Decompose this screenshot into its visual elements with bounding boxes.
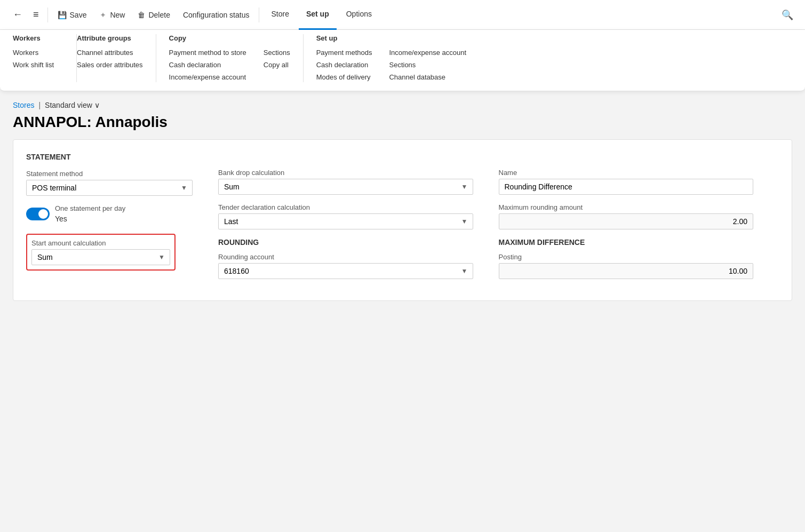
right-col: Name Maximum rounding amount MAXIMUM DIF… — [499, 153, 779, 288]
menu-button[interactable]: ≡ — [29, 6, 43, 23]
form-card: STATEMENT Statement method POS terminal … — [13, 139, 792, 301]
name-field: Name — [499, 169, 754, 195]
breadcrumb-stores-link[interactable]: Stores — [13, 101, 34, 109]
max-diff-section-header: MAXIMUM DIFFERENCE — [499, 238, 754, 247]
ribbon-setup-inner: Payment methods Cash declaration Modes o… — [316, 47, 466, 82]
bank-drop-field: Bank drop calculation Sum Last None ▼ — [218, 169, 473, 195]
form-grid: STATEMENT Statement method POS terminal … — [26, 153, 779, 288]
back-button[interactable]: ← — [9, 6, 27, 23]
ribbon-copy-title: Copy — [169, 34, 290, 42]
chevron-down-icon: ∨ — [94, 101, 100, 109]
ribbon-item-income-expense-copy[interactable]: Income/expense account — [169, 72, 246, 82]
toolbar: ← ≡ 💾 Save ＋ New 🗑 Delete Configuration … — [0, 0, 805, 30]
save-button[interactable]: 💾 Save — [52, 7, 92, 22]
ribbon-item-income-expense-setup[interactable]: Income/expense account — [389, 47, 466, 58]
breadcrumb-area: Stores | Standard view ∨ — [0, 91, 805, 114]
breadcrumb-view[interactable]: Standard view ∨ — [45, 101, 100, 109]
separator-1 — [47, 7, 48, 22]
posting-label: Posting — [499, 253, 754, 261]
statement-section-header: STATEMENT — [26, 153, 193, 161]
statement-method-field: Statement method POS terminal Staff Tota… — [26, 170, 193, 196]
start-amount-highlight-box: Start amount calculation Sum Last None ▼ — [26, 234, 176, 271]
ribbon-copy-col2: Sections Copy all — [264, 47, 290, 82]
tender-decl-select[interactable]: Last Sum None — [218, 213, 473, 229]
ribbon-copy-inner: Payment method to store Cash declaration… — [169, 47, 290, 82]
ribbon-workers-items: Workers Work shift list — [13, 47, 63, 70]
ribbon-setup-group: Set up Payment methods Cash declaration … — [304, 34, 479, 82]
delete-button[interactable]: 🗑 Delete — [132, 7, 175, 22]
search-button[interactable]: 🔍 — [778, 6, 796, 24]
name-label: Name — [499, 169, 754, 177]
statement-method-select-wrapper: POS terminal Staff Total ▼ — [26, 180, 193, 196]
page-title: ANNAPOL: Annapolis — [0, 114, 805, 139]
one-statement-toggle[interactable] — [26, 208, 50, 220]
ribbon-item-channel-attr[interactable]: Channel attributes — [77, 47, 143, 58]
delete-icon: 🗑 — [138, 11, 145, 19]
start-amount-select-wrapper: Sum Last None ▼ — [31, 249, 170, 265]
max-rounding-field: Maximum rounding amount — [499, 203, 754, 229]
ribbon-item-sections-setup[interactable]: Sections — [389, 60, 466, 70]
ribbon-attribute-group: Attribute groups Channel attributes Sale… — [77, 34, 156, 82]
one-statement-label: One statement per day Yes — [55, 204, 125, 223]
ribbon-setup-title: Set up — [316, 34, 466, 42]
statement-col: STATEMENT Statement method POS terminal … — [26, 153, 218, 288]
tender-decl-select-wrapper: Last Sum None ▼ — [218, 213, 473, 229]
ribbon-attribute-title: Attribute groups — [77, 34, 143, 42]
ribbon-setup-col2: Income/expense account Sections Channel … — [389, 47, 466, 82]
plus-icon: ＋ — [99, 10, 107, 20]
ribbon-item-payment-methods[interactable]: Payment methods — [316, 47, 372, 58]
ribbon-item-sections-copy[interactable]: Sections — [264, 47, 290, 58]
ribbon-item-copy-all[interactable]: Copy all — [264, 60, 290, 70]
ribbon-item-sales-order-attr[interactable]: Sales order attributes — [77, 60, 143, 70]
rounding-account-label: Rounding account — [218, 253, 473, 261]
search-icon: 🔍 — [782, 10, 793, 20]
rounding-account-field: Rounding account 618160 ▼ — [218, 253, 473, 279]
ribbon-copy-group: Copy Payment method to store Cash declar… — [156, 34, 304, 82]
ribbon-item-workers[interactable]: Workers — [13, 47, 63, 58]
ribbon-item-work-shift[interactable]: Work shift list — [13, 60, 63, 70]
statement-method-label: Statement method — [26, 170, 193, 178]
tab-options[interactable]: Options — [339, 0, 379, 30]
breadcrumb-separator: | — [38, 101, 41, 109]
toggle-knob — [38, 209, 48, 219]
ribbon: Workers Workers Work shift list Attribut… — [0, 30, 805, 91]
config-status-button[interactable]: Configuration status — [178, 7, 255, 22]
posting-input[interactable] — [499, 263, 754, 279]
statement-method-select[interactable]: POS terminal Staff Total — [26, 180, 193, 196]
start-amount-label: Start amount calculation — [31, 239, 170, 247]
save-icon: 💾 — [58, 11, 67, 19]
ribbon-item-cash-decl-copy[interactable]: Cash declaration — [169, 60, 246, 70]
start-amount-select[interactable]: Sum Last None — [31, 249, 170, 265]
tab-store[interactable]: Store — [264, 0, 296, 30]
separator-2 — [259, 7, 259, 22]
name-input[interactable] — [499, 179, 754, 195]
tender-decl-field: Tender declaration calculation Last Sum … — [218, 203, 473, 229]
ribbon-attribute-items: Channel attributes Sales order attribute… — [77, 47, 143, 70]
ribbon-copy-col1: Payment method to store Cash declaration… — [169, 47, 246, 82]
ribbon-item-modes-delivery[interactable]: Modes of delivery — [316, 72, 372, 82]
tender-decl-label: Tender declaration calculation — [218, 203, 473, 211]
middle-col: Bank drop calculation Sum Last None ▼ Te… — [218, 153, 499, 288]
max-rounding-label: Maximum rounding amount — [499, 203, 754, 211]
posting-field: Posting — [499, 253, 754, 279]
ribbon-item-payment-method[interactable]: Payment method to store — [169, 47, 246, 58]
bank-drop-label: Bank drop calculation — [218, 169, 473, 177]
max-rounding-input[interactable] — [499, 213, 754, 229]
ribbon-item-cash-decl-setup[interactable]: Cash declaration — [316, 60, 372, 70]
rounding-section-header: ROUNDING — [218, 238, 473, 247]
bank-drop-select[interactable]: Sum Last None — [218, 179, 473, 195]
ribbon-workers-group: Workers Workers Work shift list — [13, 34, 77, 82]
tab-setup[interactable]: Set up — [299, 0, 337, 30]
ribbon-setup-col1: Payment methods Cash declaration Modes o… — [316, 47, 372, 82]
new-button[interactable]: ＋ New — [94, 7, 130, 23]
bank-drop-select-wrapper: Sum Last None ▼ — [218, 179, 473, 195]
ribbon-item-channel-db[interactable]: Channel database — [389, 72, 466, 82]
rounding-account-select[interactable]: 618160 — [218, 263, 473, 279]
back-icon: ← — [13, 9, 22, 20]
one-statement-field: One statement per day Yes — [26, 204, 193, 223]
rounding-account-select-wrapper: 618160 ▼ — [218, 263, 473, 279]
menu-icon: ≡ — [33, 9, 39, 20]
ribbon-workers-title: Workers — [13, 34, 63, 42]
